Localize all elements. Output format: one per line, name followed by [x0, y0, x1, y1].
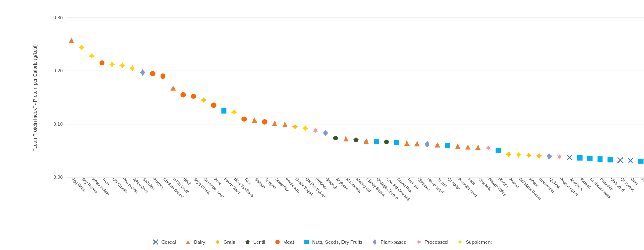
data-point	[211, 103, 216, 108]
svg-point-82	[275, 240, 280, 244]
data-point	[374, 139, 379, 144]
main-chart: 0.000.100.200.30"Lean Protein Index" - P…	[31, 9, 644, 250]
legend-item-lentil: Lentil	[244, 239, 265, 246]
dairy-icon	[184, 239, 192, 246]
data-point	[638, 159, 644, 164]
processed-icon	[415, 239, 422, 246]
svg-marker-85	[417, 240, 421, 244]
legend-item-plant-based: Plant-based	[372, 239, 407, 246]
data-point	[221, 108, 226, 114]
svg-text:0.20: 0.20	[54, 68, 63, 73]
data-point	[99, 60, 104, 65]
svg-text:"Lean Protein Index" - Protein: "Lean Protein Index" - Protein per Calor…	[32, 44, 38, 151]
data-point	[445, 143, 450, 148]
data-point	[577, 155, 583, 161]
svg-text:0.30: 0.30	[54, 15, 63, 20]
svg-rect-0	[31, 9, 644, 250]
legend-label: Lentil	[253, 239, 265, 245]
grain-icon	[214, 239, 221, 246]
data-point	[262, 119, 267, 125]
svg-rect-83	[304, 240, 309, 244]
svg-marker-79	[186, 240, 190, 244]
legend-label: Grain	[223, 239, 235, 245]
plant-based-icon	[372, 239, 379, 246]
data-point	[242, 117, 247, 122]
meat-icon	[274, 239, 281, 246]
data-point	[191, 94, 196, 99]
data-point	[598, 156, 603, 162]
chart-container: 0.000.100.200.30"Lean Protein Index" - P…	[0, 0, 644, 250]
legend-item-cereal: Cereal	[152, 239, 176, 246]
legend-item-meat: Meat	[274, 239, 294, 246]
legend-item-supplement: Supplement	[456, 239, 492, 246]
svg-text:0.00: 0.00	[54, 174, 63, 180]
svg-marker-80	[215, 240, 220, 245]
supplement-icon	[456, 239, 464, 246]
legend-label: Plant-based	[381, 239, 407, 245]
data-point	[150, 71, 155, 76]
cereal-icon	[152, 239, 159, 246]
data-point	[394, 140, 399, 145]
svg-marker-81	[245, 240, 250, 244]
data-point	[160, 73, 165, 79]
legend-item-processed: Processed	[415, 239, 448, 246]
legend-label: Cereal	[161, 239, 176, 245]
legend-item-dairy: Dairy	[184, 239, 205, 246]
legend-label: Meat	[283, 239, 294, 245]
nuts--seeds--dry-fruits-icon	[303, 239, 310, 246]
legend-label: Supplement	[466, 239, 492, 245]
legend-label: Dairy	[194, 239, 205, 245]
svg-marker-84	[373, 239, 377, 245]
legend-label: Processed	[425, 239, 448, 245]
svg-text:0.10: 0.10	[54, 121, 63, 127]
svg-marker-86	[458, 240, 463, 245]
legend-label: Nuts, Seeds, Dry Fruits	[312, 239, 363, 245]
data-point	[608, 157, 613, 162]
legend-item-grain: Grain	[214, 239, 235, 246]
legend-item-nuts--seeds--dry-fruits: Nuts, Seeds, Dry Fruits	[303, 239, 363, 246]
data-point	[180, 92, 186, 97]
data-point	[587, 156, 593, 161]
lentil-icon	[244, 239, 251, 246]
data-point	[496, 148, 501, 153]
chart-legend: CerealDairyGrainLentilMeatNuts, Seeds, D…	[152, 239, 492, 246]
